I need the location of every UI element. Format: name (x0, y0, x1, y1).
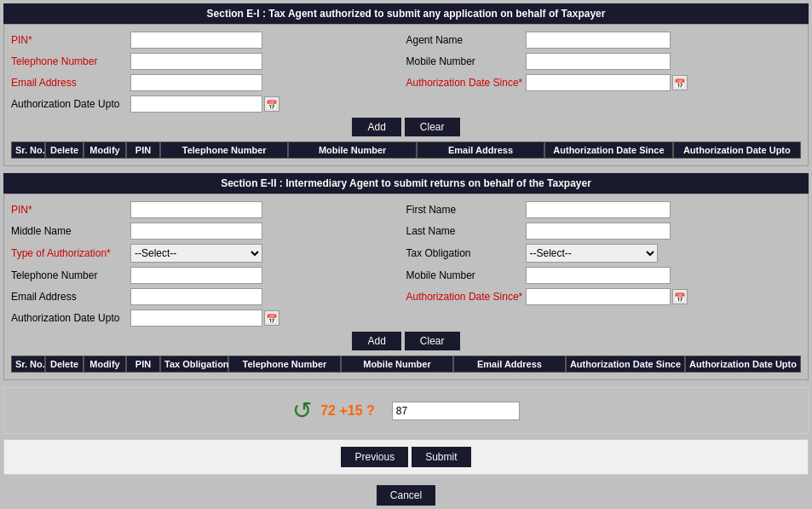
section-e1-buttons: Add Clear (11, 118, 801, 136)
mobile-label: Mobile Number (406, 55, 526, 67)
th-authsince-e2: Authorization Date Since (566, 356, 685, 373)
captcha-input[interactable] (392, 402, 520, 420)
email-input[interactable] (130, 74, 262, 91)
table-header-e1: Sr. No. Delete Modify PIN Telephone Numb… (11, 142, 801, 159)
auth-date-upto-label-e2: Authorization Date Upto (11, 312, 130, 324)
cancel-row: Cancel (3, 478, 809, 509)
first-name-label: First Name (406, 204, 526, 216)
pin-input[interactable] (130, 32, 262, 49)
telephone-label-e2: Telephone Number (11, 269, 130, 281)
tax-obligation-label: Tax Obligation (406, 247, 526, 259)
previous-button[interactable]: Previous (341, 447, 408, 467)
mobile-input[interactable] (526, 53, 671, 70)
auth-date-since-calendar-icon[interactable]: 📅 (672, 75, 688, 90)
pin-input-e2[interactable] (130, 201, 262, 218)
section-e1: Section E-I : Tax Agent authorized to su… (3, 3, 809, 166)
th-pin-e2: PIN (126, 356, 160, 373)
captcha-section: ↺ 72 +15 ? (3, 387, 809, 434)
th-authupto-e2: Authorization Date Upto (685, 356, 801, 373)
auth-date-since-label-e2: Authorization Date Since* (406, 291, 526, 303)
submit-button[interactable]: Submit (412, 447, 470, 467)
auth-date-since-input[interactable] (526, 74, 671, 91)
email-label: Email Address (11, 77, 130, 89)
agent-name-input[interactable] (526, 32, 671, 49)
row-tel-mobile-e2: Telephone Number Mobile Number (11, 267, 801, 284)
th-taxob-e2: Tax Obligation (160, 356, 228, 373)
last-name-label: Last Name (406, 225, 526, 237)
row-middlename-lastname: Middle Name Last Name (11, 223, 801, 240)
th-email-e1: Email Address (417, 142, 544, 159)
telephone-label: Telephone Number (11, 55, 130, 67)
middle-name-label: Middle Name (11, 225, 130, 237)
row-auth-upto: Authorization Date Upto 📅 (11, 95, 801, 113)
th-mob-e2: Mobile Number (341, 356, 453, 373)
row-typeauth-taxob: Type of Authorization* --Select-- Option… (11, 244, 801, 263)
auth-date-upto-calendar-icon-e2[interactable]: 📅 (264, 310, 279, 326)
auth-date-upto-input-e2[interactable] (130, 309, 262, 327)
add-button-e2[interactable]: Add (352, 332, 400, 350)
captcha-refresh-icon[interactable]: ↺ (292, 396, 312, 425)
mobile-label-e2: Mobile Number (406, 269, 526, 281)
telephone-input-e2[interactable] (130, 267, 262, 284)
table-header-e2: Sr. No. Delete Modify PIN Tax Obligation… (11, 356, 801, 373)
clear-button-e2[interactable]: Clear (405, 332, 460, 350)
tax-obligation-select[interactable]: --Select-- Option 1 Option 2 (526, 244, 658, 263)
cancel-button[interactable]: Cancel (377, 485, 435, 506)
type-auth-label: Type of Authorization* (11, 247, 130, 259)
th-mob-e1: Mobile Number (288, 142, 416, 159)
th-delete-e2: Delete (45, 356, 84, 373)
first-name-input[interactable] (526, 201, 671, 218)
row-pin-firstname: PIN* First Name (11, 201, 801, 218)
section-e2-header: Section E-II : Intermediary Agent to sub… (3, 173, 809, 194)
email-input-e2[interactable] (130, 288, 262, 305)
th-email-e2: Email Address (453, 356, 566, 373)
row-tel-mobile: Telephone Number Mobile Number (11, 53, 801, 70)
auth-date-upto-label: Authorization Date Upto (11, 98, 130, 110)
section-e2: Section E-II : Intermediary Agent to sub… (3, 173, 809, 380)
add-button-e1[interactable]: Add (352, 118, 400, 136)
row-auth-upto-e2: Authorization Date Upto 📅 (11, 309, 801, 327)
row-pin-agentname: PIN* Agent Name (11, 32, 801, 49)
mobile-input-e2[interactable] (526, 267, 671, 284)
last-name-input[interactable] (526, 223, 671, 240)
section-e2-buttons: Add Clear (11, 332, 801, 350)
auth-date-upto-calendar-icon[interactable]: 📅 (264, 96, 279, 112)
pin-label-e2: PIN* (11, 204, 130, 216)
th-delete-e1: Delete (45, 142, 84, 159)
th-srno-e1: Sr. No. (11, 142, 45, 159)
th-authupto-e1: Authorization Date Upto (673, 142, 801, 159)
th-modify-e2: Modify (84, 356, 126, 373)
row-email-authsince-e2: Email Address Authorization Date Since* … (11, 288, 801, 305)
pin-label: PIN* (11, 34, 130, 46)
th-srno-e2: Sr. No. (11, 356, 45, 373)
section-e1-header: Section E-I : Tax Agent authorized to su… (3, 3, 809, 24)
clear-button-e1[interactable]: Clear (405, 118, 460, 136)
bottom-nav: Previous Submit (3, 439, 809, 475)
auth-date-upto-input[interactable] (130, 95, 262, 113)
auth-date-since-label: Authorization Date Since* (406, 77, 526, 89)
auth-date-since-input-e2[interactable] (526, 288, 671, 305)
th-tel-e2: Telephone Number (228, 356, 341, 373)
row-email-authsince: Email Address Authorization Date Since* … (11, 74, 801, 91)
th-modify-e1: Modify (84, 142, 126, 159)
auth-date-since-calendar-icon-e2[interactable]: 📅 (672, 289, 688, 304)
captcha-question: 72 +15 ? (320, 403, 375, 419)
th-tel-e1: Telephone Number (160, 142, 288, 159)
middle-name-input[interactable] (130, 223, 262, 240)
telephone-input[interactable] (130, 53, 262, 70)
agent-name-label: Agent Name (406, 34, 526, 46)
th-authsince-e1: Authorization Date Since (544, 142, 672, 159)
type-auth-select[interactable]: --Select-- Option 1 Option 2 (130, 244, 262, 263)
email-label-e2: Email Address (11, 291, 130, 303)
th-pin-e1: PIN (126, 142, 160, 159)
